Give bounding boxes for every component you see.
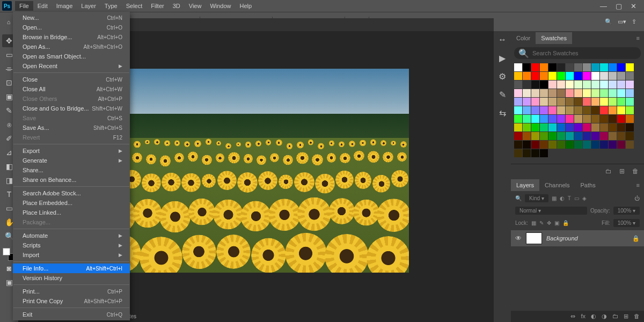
swatch[interactable] <box>523 149 531 157</box>
swatch[interactable] <box>600 141 608 149</box>
file-menu-item[interactable]: Version History <box>13 273 130 283</box>
swatch[interactable] <box>574 98 582 106</box>
swatches-tab[interactable]: Swatches <box>536 32 572 44</box>
file-menu-item[interactable]: Open Recent▶ <box>13 61 130 71</box>
menu-filter[interactable]: Filter <box>147 1 168 11</box>
new-layer-icon[interactable]: ⊞ <box>624 313 628 320</box>
close-window-button[interactable]: ✕ <box>631 2 636 10</box>
workspace-switcher-icon[interactable]: ▭▾ <box>618 18 626 25</box>
swatch[interactable] <box>574 89 582 97</box>
swatch[interactable] <box>617 89 625 97</box>
fill-value[interactable]: 100% ▾ <box>613 219 640 227</box>
swatch[interactable] <box>523 80 531 89</box>
lock-position-icon[interactable]: ✥ <box>547 220 551 226</box>
swatch[interactable] <box>609 115 617 123</box>
layer-fx-icon[interactable]: fx <box>581 313 586 320</box>
color-tab[interactable]: Color <box>511 32 536 44</box>
swatch[interactable] <box>600 72 608 80</box>
file-menu-item[interactable]: Automate▶ <box>13 231 130 240</box>
file-menu-item[interactable]: Place Linked... <box>13 208 130 217</box>
swatch[interactable] <box>523 141 531 149</box>
swatch[interactable] <box>548 141 557 149</box>
adjustments-panel-icon[interactable]: ⚙ <box>497 71 508 82</box>
swatch[interactable] <box>557 89 565 97</box>
swatch[interactable] <box>531 149 539 157</box>
swatch[interactable] <box>514 132 522 140</box>
swatch[interactable] <box>514 123 522 131</box>
menu-type[interactable]: Type <box>100 1 122 11</box>
swatch[interactable] <box>514 115 522 123</box>
swatch[interactable] <box>523 98 531 106</box>
file-menu-item[interactable]: CloseCtrl+W <box>13 75 130 84</box>
menu-window[interactable]: Window <box>206 1 235 11</box>
swatch[interactable] <box>531 115 539 123</box>
swatch[interactable] <box>548 80 557 89</box>
swatches-search-input[interactable] <box>532 50 636 56</box>
swatch[interactable] <box>557 141 565 149</box>
swatch[interactable] <box>566 106 574 114</box>
menu-image[interactable]: Image <box>52 1 77 11</box>
swatch[interactable] <box>583 123 591 131</box>
file-menu-item[interactable]: Browse in Bridge...Alt+Ctrl+O <box>13 32 130 42</box>
swatch[interactable] <box>557 98 565 106</box>
actions-panel-icon[interactable]: ▶ <box>497 53 508 63</box>
swatch[interactable] <box>583 80 591 89</box>
swatch[interactable] <box>574 106 582 114</box>
new-group-icon[interactable]: 🗀 <box>612 313 618 320</box>
file-menu-item[interactable]: Open as Smart Object... <box>13 52 130 61</box>
swatch[interactable] <box>566 89 574 97</box>
file-menu-item[interactable]: Share on Behance... <box>13 175 130 185</box>
menu-layer[interactable]: Layer <box>77 1 100 11</box>
swatch[interactable] <box>531 72 539 80</box>
file-menu-item[interactable]: Save As...Shift+Ctrl+S <box>13 123 130 133</box>
layers-tab[interactable]: Layers <box>511 179 539 191</box>
swatch[interactable] <box>557 123 565 131</box>
swatch[interactable] <box>531 141 539 149</box>
swatch[interactable] <box>523 115 531 123</box>
layers-panel-menu-icon[interactable]: ≡ <box>632 182 644 188</box>
swatch[interactable] <box>531 80 539 89</box>
file-menu-item[interactable]: Print...Ctrl+P <box>13 287 130 296</box>
swatch[interactable] <box>626 80 634 89</box>
channels-tab[interactable]: Channels <box>539 179 575 191</box>
file-menu-item[interactable]: ExitCtrl+Q <box>13 310 130 319</box>
swatch[interactable] <box>557 132 565 140</box>
swatch[interactable] <box>557 63 565 71</box>
lock-artboard-icon[interactable]: ▣ <box>554 220 559 226</box>
swatch[interactable] <box>609 72 617 80</box>
swatch[interactable] <box>600 98 608 106</box>
swatch[interactable] <box>591 89 599 97</box>
swatch[interactable] <box>609 106 617 114</box>
swatch[interactable] <box>626 98 634 106</box>
swatch[interactable] <box>591 106 599 114</box>
swatch[interactable] <box>600 115 608 123</box>
file-menu-item[interactable]: File Info...Alt+Shift+Ctrl+I <box>13 264 130 273</box>
link-layers-icon[interactable]: ⇔ <box>570 313 575 320</box>
adjustment-layer-icon[interactable]: ◑ <box>602 313 607 320</box>
swatch[interactable] <box>609 132 617 140</box>
swatch[interactable] <box>591 115 599 123</box>
swatch[interactable] <box>617 72 625 80</box>
swatch[interactable] <box>523 63 531 71</box>
file-menu-item[interactable]: Scripts▶ <box>13 240 130 250</box>
swatch[interactable] <box>574 72 582 80</box>
layer-row[interactable]: 👁 Background 🔒 <box>511 230 644 246</box>
swatch[interactable] <box>591 141 599 149</box>
share-icon[interactable]: ⇪ <box>632 18 636 25</box>
delete-swatch-icon[interactable]: 🗑 <box>632 167 639 175</box>
filter-smart-icon[interactable]: ◈ <box>582 195 587 201</box>
maximize-button[interactable]: ▢ <box>616 2 622 10</box>
swatch[interactable] <box>600 132 608 140</box>
swatch[interactable] <box>548 63 557 71</box>
swatch[interactable] <box>557 115 565 123</box>
swatch[interactable] <box>626 132 634 140</box>
swatch[interactable] <box>600 89 608 97</box>
visibility-icon[interactable]: 👁 <box>515 235 522 242</box>
swatch[interactable] <box>617 141 625 149</box>
swatch[interactable] <box>591 123 599 131</box>
swatch[interactable] <box>566 123 574 131</box>
swatch[interactable] <box>600 80 608 89</box>
swatch[interactable] <box>531 63 539 71</box>
swatch[interactable] <box>574 63 582 71</box>
swatch[interactable] <box>566 80 574 89</box>
